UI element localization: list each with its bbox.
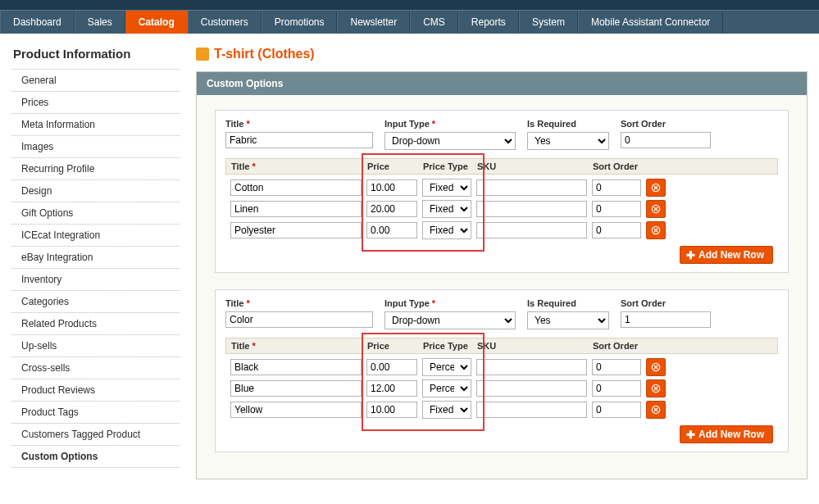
sidebar-item-categories[interactable]: Categories bbox=[11, 291, 180, 313]
option-required-select[interactable]: Yes bbox=[527, 311, 609, 329]
sidebar-item-up-sells[interactable]: Up-sells bbox=[11, 335, 180, 357]
sidebar-item-cross-sells[interactable]: Cross-sells bbox=[11, 357, 180, 379]
nav-item-reports[interactable]: Reports bbox=[458, 11, 519, 34]
row-title-input[interactable] bbox=[230, 359, 362, 375]
sidebar-item-ebay-integration[interactable]: eBay Integration bbox=[11, 247, 180, 269]
row-sku-input[interactable] bbox=[476, 380, 587, 397]
sidebar-item-meta-information[interactable]: Meta Information bbox=[11, 114, 180, 136]
delete-row-button[interactable] bbox=[646, 200, 666, 218]
nav-item-catalog[interactable]: Catalog bbox=[125, 11, 188, 34]
col-price-type: Price Type bbox=[423, 161, 472, 171]
sidebar-item-recurring-profile[interactable]: Recurring Profile bbox=[11, 158, 180, 180]
row-price-type-select[interactable]: Fixed bbox=[422, 200, 471, 218]
option-block: Title *Input Type *Is RequiredSort Order… bbox=[215, 110, 789, 273]
row-sort-order-input[interactable] bbox=[592, 179, 641, 196]
sidebar-item-customers-tagged-product[interactable]: Customers Tagged Product bbox=[11, 424, 180, 446]
sidebar-item-prices[interactable]: Prices bbox=[11, 92, 180, 114]
row-price-input[interactable] bbox=[366, 201, 417, 217]
option-title-input[interactable] bbox=[225, 132, 373, 148]
row-sort-order-input[interactable] bbox=[592, 402, 641, 418]
page-title-row: T-shirt (Clothes) bbox=[196, 47, 808, 61]
product-icon bbox=[196, 48, 209, 61]
nav-item-dashboard[interactable]: Dashboard bbox=[0, 11, 75, 34]
row-sku-input[interactable] bbox=[476, 201, 587, 217]
col-sku: SKU bbox=[477, 341, 588, 351]
sidebar-item-related-products[interactable]: Related Products bbox=[11, 313, 180, 335]
row-price-input[interactable] bbox=[366, 380, 417, 397]
add-row-button[interactable]: ✚Add New Row bbox=[680, 246, 773, 264]
rows-wrap: Title *PricePrice TypeSKUSort OrderPerce… bbox=[225, 338, 778, 420]
plus-icon: ✚ bbox=[686, 429, 695, 440]
row-price-type-select[interactable]: Fixed bbox=[422, 221, 471, 239]
row-sort-order-input[interactable] bbox=[592, 380, 641, 397]
nav-item-system[interactable]: System bbox=[519, 11, 578, 34]
option-title-input[interactable] bbox=[225, 311, 373, 328]
option-sort-order-input[interactable] bbox=[621, 132, 711, 148]
option-row: Fixed bbox=[225, 177, 778, 198]
panel-header: Custom Options bbox=[197, 72, 807, 95]
col-price: Price bbox=[367, 161, 418, 171]
label-is-required: Is Required bbox=[527, 119, 609, 129]
row-price-type-select[interactable]: Percent bbox=[422, 379, 471, 397]
sidebar-item-inventory[interactable]: Inventory bbox=[11, 269, 180, 291]
add-row-label: Add New Row bbox=[698, 429, 764, 440]
delete-row-button[interactable] bbox=[646, 358, 666, 376]
option-row: Percent bbox=[225, 356, 778, 378]
nav-item-customers[interactable]: Customers bbox=[188, 11, 262, 34]
add-row-button[interactable]: ✚Add New Row bbox=[680, 425, 773, 443]
row-title-input[interactable] bbox=[230, 179, 362, 196]
sidebar-item-icecat-integration[interactable]: ICEcat Integration bbox=[11, 225, 180, 247]
row-sort-order-input[interactable] bbox=[592, 222, 641, 238]
col-sort-order: Sort Order bbox=[593, 341, 642, 351]
header-strip bbox=[0, 0, 819, 10]
delete-row-button[interactable] bbox=[646, 221, 666, 239]
row-price-input[interactable] bbox=[366, 359, 417, 375]
option-row: Fixed bbox=[225, 399, 778, 420]
option-row: Fixed bbox=[225, 198, 778, 220]
row-sort-order-input[interactable] bbox=[592, 201, 641, 217]
nav-item-cms[interactable]: CMS bbox=[410, 11, 458, 34]
nav-item-mobile-assistant-connector[interactable]: Mobile Assistant Connector bbox=[578, 11, 723, 34]
sidebar-item-product-tags[interactable]: Product Tags bbox=[11, 402, 180, 424]
row-title-input[interactable] bbox=[230, 380, 362, 397]
add-row-label: Add New Row bbox=[698, 249, 764, 261]
nav-item-newsletter[interactable]: Newsletter bbox=[337, 11, 410, 34]
sidebar-item-gift-options[interactable]: Gift Options bbox=[11, 202, 180, 225]
label-title: Title * bbox=[225, 119, 373, 129]
row-sku-input[interactable] bbox=[476, 359, 587, 375]
row-price-input[interactable] bbox=[366, 222, 417, 238]
row-price-type-select[interactable]: Fixed bbox=[422, 179, 471, 197]
delete-row-button[interactable] bbox=[646, 379, 666, 397]
sidebar-title: Product Information bbox=[11, 47, 180, 61]
row-sku-input[interactable] bbox=[476, 179, 587, 196]
option-block: Title *Input Type *Is RequiredSort Order… bbox=[215, 289, 789, 452]
row-sku-input[interactable] bbox=[476, 402, 587, 418]
sidebar-item-design[interactable]: Design bbox=[11, 180, 180, 202]
col-title: Title * bbox=[231, 341, 362, 351]
row-sort-order-input[interactable] bbox=[592, 359, 641, 375]
sidebar-item-product-reviews[interactable]: Product Reviews bbox=[11, 379, 180, 402]
row-price-type-select[interactable]: Fixed bbox=[422, 401, 471, 419]
option-input-type-select[interactable]: Drop-down bbox=[384, 132, 516, 150]
row-sku-input[interactable] bbox=[476, 222, 587, 238]
option-input-type-select[interactable]: Drop-down bbox=[384, 311, 516, 329]
row-price-input[interactable] bbox=[366, 402, 417, 418]
sidebar: Product Information GeneralPricesMeta In… bbox=[11, 47, 180, 479]
sidebar-item-custom-options[interactable]: Custom Options bbox=[11, 446, 180, 468]
row-price-type-select[interactable]: Percent bbox=[422, 358, 471, 376]
row-title-input[interactable] bbox=[230, 402, 362, 418]
row-title-input[interactable] bbox=[230, 222, 362, 238]
col-sku: SKU bbox=[477, 161, 588, 171]
delete-row-button[interactable] bbox=[646, 179, 666, 197]
label-sort-order: Sort Order bbox=[621, 298, 711, 308]
col-price-type: Price Type bbox=[423, 341, 472, 351]
option-sort-order-input[interactable] bbox=[621, 311, 711, 328]
delete-row-button[interactable] bbox=[646, 401, 666, 419]
nav-item-promotions[interactable]: Promotions bbox=[262, 11, 338, 34]
option-required-select[interactable]: Yes bbox=[527, 132, 609, 150]
nav-item-sales[interactable]: Sales bbox=[75, 11, 125, 34]
row-title-input[interactable] bbox=[230, 201, 362, 217]
sidebar-item-images[interactable]: Images bbox=[11, 136, 180, 158]
row-price-input[interactable] bbox=[366, 179, 417, 196]
sidebar-item-general[interactable]: General bbox=[11, 70, 180, 92]
